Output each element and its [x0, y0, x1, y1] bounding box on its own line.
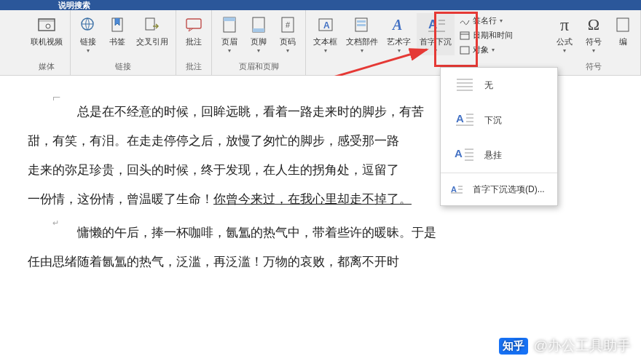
bookmark-icon: [107, 15, 127, 35]
svg-rect-1: [39, 19, 55, 22]
svg-text:A: A: [456, 112, 464, 124]
datetime-button[interactable]: 日期和时间: [457, 29, 515, 41]
object-label: 对象: [473, 44, 489, 55]
p1-line4a: 一份情，这份情，曾温暖了生命！: [28, 192, 213, 206]
svg-text:A: A: [428, 17, 437, 31]
text-small-list: 签名行 ▾ 日期和时间 对象 ▾: [457, 13, 515, 56]
p1-line1: 总是在不经意的时候，回眸远眺，看着一路走来时的脚步，有苦: [77, 105, 424, 119]
dropdown-arrow-icon: ▾: [592, 47, 595, 54]
symbol-label: 符号: [586, 36, 602, 47]
wordart-button[interactable]: A 艺术字 ▾: [384, 13, 414, 55]
header-icon: [219, 15, 240, 35]
p1-line2: 甜，有笑，有泪。在走走停停之后，放慢了匆忙的脚步，感受那一路: [28, 134, 399, 148]
page-number-label: 页码: [280, 36, 296, 47]
dropcap-icon: A: [425, 15, 446, 35]
object-button[interactable]: 对象 ▾: [457, 44, 515, 56]
svg-rect-5: [146, 18, 154, 30]
svg-rect-6: [186, 19, 201, 28]
dropcap-none-item[interactable]: 无: [441, 68, 557, 103]
crossref-icon: [142, 15, 162, 35]
wordart-icon: A: [389, 15, 409, 35]
group-symbols: π 公式 ▾ Ω 符号 ▾ 编 符号: [547, 10, 641, 75]
group-links: 链接 ▾ 书签 交叉引用 链接: [71, 10, 176, 75]
zhihu-logo: 知乎: [499, 338, 528, 355]
textbox-label: 文本框: [313, 36, 337, 47]
crossref-button[interactable]: 交叉引用: [133, 13, 171, 49]
page-number-button[interactable]: # 页码 ▾: [275, 13, 301, 55]
dropcap-label: 首字下沉: [420, 36, 452, 47]
textbox-icon: A: [315, 15, 336, 35]
textbox-button[interactable]: A 文本框 ▾: [310, 13, 340, 55]
title-bar-text: 说明搜索: [58, 0, 90, 11]
paragraph-mark-icon: ⌐: [52, 80, 60, 114]
comment-label: 批注: [186, 36, 202, 47]
signature-icon: [460, 16, 470, 26]
dropcap-options-label: 首字下沉选项(D)...: [473, 183, 545, 196]
dropdown-arrow-icon: ▾: [228, 47, 231, 54]
svg-rect-8: [224, 17, 235, 21]
group-media-label: 媒体: [39, 60, 55, 74]
group-symbols-label: 符号: [586, 60, 602, 74]
symbol-button[interactable]: Ω 符号 ▾: [581, 13, 607, 55]
dropcap-dropdown-menu: 无 A 下沉 A 悬挂 A 首字下沉选项(D)...: [440, 67, 558, 206]
footer-icon: [248, 15, 269, 35]
wordart-label: 艺术字: [387, 36, 411, 47]
bookmark-button[interactable]: 书签: [104, 13, 130, 49]
dropcap-margin-label: 悬挂: [484, 149, 502, 162]
dropdown-arrow-icon: ▾: [434, 47, 437, 54]
online-video-label: 联机视频: [31, 36, 63, 47]
svg-text:A: A: [451, 185, 457, 194]
group-hf-label: 页眉和页脚: [239, 60, 279, 74]
dropcap-dropped-icon: A: [454, 110, 476, 130]
link-label: 链接: [80, 36, 96, 47]
footer-label: 页脚: [251, 36, 267, 47]
object-icon: [460, 45, 470, 55]
number-button[interactable]: 编: [610, 13, 636, 49]
group-comments-label: 批注: [186, 60, 202, 74]
watermark-handle: @办公工具助手: [534, 336, 631, 355]
equation-button[interactable]: π 公式 ▾: [551, 13, 578, 55]
quickparts-label: 文档部件: [346, 36, 378, 47]
svg-rect-26: [617, 18, 629, 31]
group-comments: 批注 批注: [176, 10, 212, 75]
signature-line-button[interactable]: 签名行 ▾: [457, 15, 515, 27]
dropcap-button[interactable]: A 首字下沉 ▾: [417, 13, 455, 55]
equation-label: 公式: [557, 36, 573, 47]
dropcap-margin-icon: A: [454, 145, 476, 165]
dropdown-arrow-icon: ▾: [324, 47, 327, 54]
svg-point-2: [46, 24, 50, 28]
group-media: 联机视频 媒体: [23, 10, 71, 75]
header-button[interactable]: 页眉 ▾: [216, 13, 243, 55]
svg-rect-23: [460, 32, 469, 39]
footer-button[interactable]: 页脚 ▾: [245, 13, 272, 55]
link-button[interactable]: 链接 ▾: [75, 13, 101, 55]
dropcap-margin-item[interactable]: A 悬挂: [441, 138, 557, 173]
dropcap-options-item[interactable]: A 首字下沉选项(D)...: [441, 173, 557, 205]
datetime-icon: [460, 31, 470, 41]
svg-text:#: #: [286, 20, 291, 29]
p2-line2: 任由思绪随着氤氲的热气，泛滥，再泛滥！万物的哀败，都离不开时: [28, 255, 399, 269]
quickparts-button[interactable]: 文档部件 ▾: [343, 13, 381, 55]
ribbon: 联机视频 媒体 链接 ▾ 书签 交叉引用 链接 批注: [0, 10, 641, 76]
signature-label: 签名行: [473, 15, 497, 26]
svg-text:A: A: [391, 17, 402, 33]
svg-text:A: A: [455, 147, 463, 159]
svg-text:A: A: [323, 20, 330, 31]
paragraph-2: 慵懒的午后，捧一杯咖啡，氤氲的热气中，带着些许的暖昧。于是 任由思绪随着氤氲的热…: [52, 218, 597, 277]
svg-rect-10: [253, 28, 264, 32]
crossref-label: 交叉引用: [136, 36, 168, 47]
dropdown-arrow-icon: ▾: [87, 47, 90, 54]
svg-rect-25: [460, 47, 469, 54]
watermark: 知乎 @办公工具助手: [499, 336, 631, 355]
dropcap-options-icon: A: [449, 179, 464, 199]
quickparts-icon: [352, 15, 372, 35]
dropdown-arrow-icon: ▾: [361, 47, 363, 54]
group-text: A 文本框 ▾ 文档部件 ▾ A 艺术字 ▾ A 首字下沉 ▾: [306, 10, 519, 75]
online-video-button[interactable]: 联机视频: [28, 13, 66, 49]
group-links-label: 链接: [115, 60, 131, 74]
comment-button[interactable]: 批注: [181, 13, 207, 49]
number-icon: [613, 15, 633, 35]
dropcap-dropped-item[interactable]: A 下沉: [441, 103, 557, 138]
p1-line3: 走来的弥足珍贵，回头的时候，终于发现，在人生的拐角处，逗留了: [28, 163, 399, 177]
header-label: 页眉: [221, 36, 237, 47]
